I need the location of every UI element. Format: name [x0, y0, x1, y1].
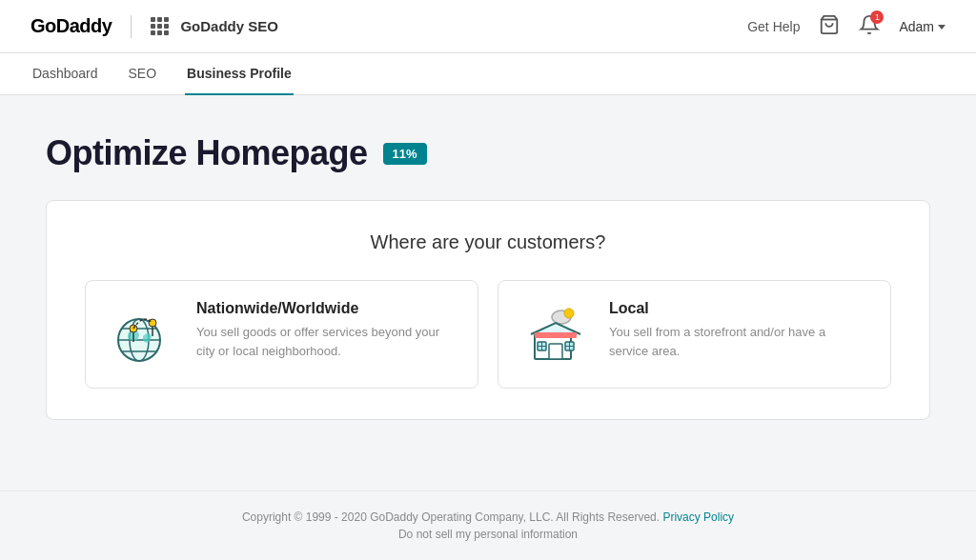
apps-grid-icon[interactable]	[151, 17, 169, 35]
main-nav: Dashboard SEO Business Profile	[0, 53, 976, 95]
user-menu[interactable]: Adam	[899, 19, 946, 34]
godaddy-logo: GoDaddy	[30, 15, 112, 37]
page-title: Optimize Homepage	[46, 133, 368, 173]
cart-icon[interactable]	[819, 14, 840, 39]
options-grid: Nationwide/Worldwide You sell goods or o…	[85, 280, 891, 389]
card-question: Where are your customers?	[85, 231, 891, 253]
notification-badge: 1	[870, 10, 884, 24]
header-divider	[131, 15, 132, 38]
get-help-link[interactable]: Get Help	[747, 19, 800, 34]
nationwide-icon	[109, 300, 177, 369]
nav-item-dashboard[interactable]: Dashboard	[30, 53, 100, 95]
header-right: Get Help 1 Adam	[747, 14, 946, 39]
svg-rect-15	[549, 344, 562, 359]
svg-rect-14	[535, 332, 577, 338]
option-local[interactable]: Local You sell from a storefront and/or …	[498, 280, 891, 389]
user-name-label: Adam	[899, 19, 934, 34]
nav-item-business-profile[interactable]: Business Profile	[185, 53, 294, 95]
progress-badge: 11%	[383, 143, 427, 165]
nav-item-seo[interactable]: SEO	[127, 53, 159, 95]
svg-point-12	[564, 309, 574, 318]
local-content: Local You sell from a storefront and/or …	[609, 300, 867, 360]
site-header: GoDaddy GoDaddy SEO Get Help 1 Adam	[0, 0, 976, 53]
page-heading: Optimize Homepage 11%	[46, 133, 930, 173]
main-content: Optimize Homepage 11% Where are your cus…	[0, 95, 976, 477]
header-left: GoDaddy GoDaddy SEO	[30, 15, 278, 38]
nationwide-title: Nationwide/Worldwide	[196, 300, 455, 317]
nationwide-desc: You sell goods or offer services beyond …	[196, 323, 455, 360]
options-card: Where are your customers?	[46, 200, 930, 420]
local-title: Local	[609, 300, 867, 317]
nationwide-content: Nationwide/Worldwide You sell goods or o…	[196, 300, 455, 360]
app-name-label: GoDaddy SEO	[180, 18, 278, 34]
notification-bell-icon[interactable]: 1	[859, 14, 880, 39]
local-desc: You sell from a storefront and/or have a…	[609, 323, 867, 360]
option-nationwide[interactable]: Nationwide/Worldwide You sell goods or o…	[85, 280, 478, 389]
local-icon	[521, 300, 590, 369]
chevron-down-icon	[938, 25, 946, 30]
